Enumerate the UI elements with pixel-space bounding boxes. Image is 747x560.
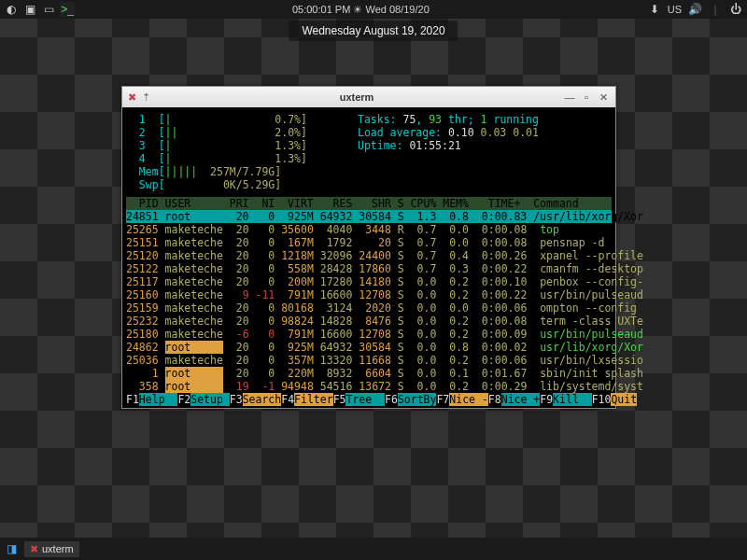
process-row[interactable]: 358 root 19 -1 94948 54516 13672 S 0.0 0… — [126, 380, 612, 393]
taskbar-item-uxterm[interactable]: ✖ uxterm — [24, 541, 79, 557]
app-icon: ✖ — [128, 91, 136, 104]
minimize-button[interactable]: — — [563, 91, 576, 104]
taskbar-app-icon: ✖ — [30, 543, 38, 555]
process-row[interactable]: 25120 maketeche 20 0 1218M 32096 24400 S… — [126, 249, 612, 262]
maximize-button[interactable]: ▫ — [580, 91, 593, 104]
titlebar[interactable]: ✖ ⇡ uxterm — ▫ ✕ — [122, 87, 615, 107]
process-header[interactable]: PID USER PRI NI VIRT RES SHR S CPU% MEM%… — [126, 197, 612, 210]
cpu-mem-meters: 1 [| 0.7%] 2 [|| 2.0%] 3 [| 1.3%] 4 [| 1… — [126, 113, 341, 191]
terminal-window: ✖ ⇡ uxterm — ▫ ✕ 1 [| 0.7%] 2 [|| 2.0%] … — [121, 86, 616, 409]
top-panel: ◐ ▣ ▭ >_ 05:00:01 PM ☀ Wed 08/19/20 ⬇ US… — [0, 0, 747, 19]
browser-icon[interactable]: ▭ — [41, 2, 56, 17]
power-icon[interactable]: ⏻ — [728, 2, 743, 17]
date-banner: Wednesday August 19, 2020 — [289, 21, 458, 41]
process-row[interactable]: 25151 maketeche 20 0 167M 1792 20 S 0.7 … — [126, 236, 612, 249]
terminal-icon[interactable]: >_ — [60, 2, 75, 17]
process-row[interactable]: 25159 maketeche 20 0 80168 3124 2020 S 0… — [126, 301, 612, 315]
process-table[interactable]: 24851 root 20 0 925M 64932 30584 S 1.3 0… — [126, 210, 612, 393]
separator-icon: | — [708, 2, 723, 17]
system-summary: Tasks: 75, 93 thr; 1 running Load averag… — [341, 113, 612, 191]
process-row[interactable]: 25232 maketeche 20 0 98824 14828 8476 S … — [126, 315, 612, 328]
clock-time: 05:00:01 PM — [292, 4, 350, 15]
taskbar: ◨ ✖ uxterm — [0, 538, 747, 560]
process-row[interactable]: 25036 maketeche 20 0 357M 13320 11668 S … — [126, 354, 612, 367]
window-title: uxterm — [150, 91, 563, 103]
clock-date: Wed 08/19/20 — [365, 4, 429, 15]
volume-icon[interactable]: 🔊 — [687, 2, 702, 17]
process-row[interactable]: 25117 maketeche 20 0 200M 17280 14180 S … — [126, 275, 612, 288]
close-button[interactable]: ✕ — [597, 91, 610, 104]
process-row[interactable]: 1 root 20 0 220M 8932 6604 S 0.0 0.1 0:0… — [126, 367, 612, 380]
keyboard-lang[interactable]: US — [668, 4, 682, 15]
process-row[interactable]: 25180 maketeche -6 0 791M 16600 12708 S … — [126, 328, 612, 341]
function-key-bar[interactable]: F1Help F2Setup F3SearchF4FilterF5Tree F6… — [126, 393, 612, 408]
weather-icon: ☀ — [353, 4, 365, 15]
terminal-content[interactable]: 1 [| 0.7%] 2 [|| 2.0%] 3 [| 1.3%] 4 [| 1… — [122, 107, 615, 408]
pin-icon[interactable]: ⇡ — [142, 91, 150, 104]
menu-icon[interactable]: ◐ — [4, 2, 19, 17]
process-row[interactable]: 25265 maketeche 20 0 35600 4040 3448 R 0… — [126, 223, 612, 236]
files-icon[interactable]: ▣ — [22, 2, 37, 17]
updates-icon[interactable]: ⬇ — [647, 2, 662, 17]
show-desktop-icon[interactable]: ◨ — [4, 541, 19, 556]
process-row[interactable]: 25160 maketeche 9 -11 791M 16600 12708 S… — [126, 288, 612, 301]
process-row[interactable]: 24862 root 20 0 925M 64932 30584 S 0.0 0… — [126, 341, 612, 354]
taskbar-item-label: uxterm — [42, 543, 74, 554]
process-row[interactable]: 24851 root 20 0 925M 64932 30584 S 1.3 0… — [126, 210, 612, 223]
process-row[interactable]: 25122 maketeche 20 0 558M 28428 17860 S … — [126, 262, 612, 275]
